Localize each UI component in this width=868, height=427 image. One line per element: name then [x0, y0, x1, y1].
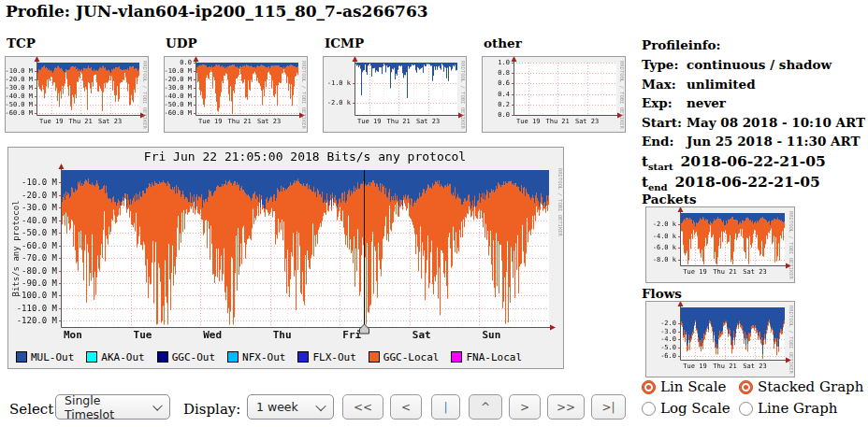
flows-heading: Flows [642, 286, 682, 301]
legend-swatch [451, 351, 462, 363]
legend-label: FLX-Out [312, 351, 355, 363]
main-traffic-chart-image[interactable] [8, 148, 563, 346]
legend-swatch [297, 351, 309, 363]
tcp-chart [5, 56, 149, 133]
other-chart [482, 56, 626, 133]
legend-item: GGC-Local [369, 351, 440, 363]
legend-item: GGC-Out [157, 351, 215, 363]
profileinfo-table: Type:continuous / shadow Max:unlimited E… [642, 57, 865, 153]
radio-label: Lin Scale [660, 378, 726, 395]
udp-chart-image[interactable] [165, 57, 307, 132]
other-chart-image[interactable] [483, 57, 625, 132]
profileinfo-label: Start: [642, 115, 687, 130]
radio-stacked-graph[interactable]: Stacked Graph [739, 378, 863, 395]
profileinfo-value: never [687, 95, 726, 110]
nav-rewind-button[interactable]: << [342, 394, 383, 420]
tstart-value: 2018-06-22-21-05 [681, 152, 826, 170]
tcp-heading: TCP [7, 36, 149, 50]
udp-heading: UDP [166, 36, 308, 50]
radio-label: Stacked Graph [758, 378, 863, 395]
graph-options: Lin Scale Stacked Graph Log Scale Line G… [642, 378, 863, 417]
protocol-section-other: other [482, 36, 626, 136]
icmp-heading: ICMP [325, 36, 467, 50]
tcp-chart-image[interactable] [6, 57, 148, 132]
flows-chart-image[interactable] [646, 302, 794, 377]
radio-icon[interactable] [642, 402, 656, 416]
profileinfo-label: End: [642, 134, 687, 149]
icmp-chart [323, 56, 467, 133]
tstart-row: tstart2018-06-22-21-05 [642, 152, 826, 172]
protocol-section-tcp: TCP [5, 36, 149, 136]
legend-label: FNA-Local [466, 351, 522, 363]
radio-icon[interactable] [739, 402, 753, 416]
legend-item: AKA-Out [86, 351, 144, 363]
tend-symbol: t [642, 174, 648, 191]
legend-item: FNA-Local [451, 351, 522, 363]
radio-lin-scale[interactable]: Lin Scale [642, 378, 739, 395]
select-label: Select [9, 401, 53, 418]
legend-swatch [369, 351, 380, 363]
nav-forward-button[interactable]: >> [547, 394, 585, 420]
profileinfo-label: Max: [642, 77, 687, 92]
radio-icon[interactable] [739, 380, 753, 394]
radio-line-graph[interactable]: Line Graph [739, 400, 863, 417]
legend-swatch [227, 351, 239, 363]
nfsen-profile-page: Profile: JUN-vlan604-ip200_115_80_7-as26… [0, 0, 868, 427]
chevron-down-icon [152, 401, 163, 411]
legend-item: NFX-Out [227, 351, 285, 363]
nav-prev-button[interactable]: < [390, 394, 422, 420]
profileinfo-label: Exp: [642, 95, 687, 110]
main-chart-legend: MUL-Out AKA-Out GGC-Out NFX-Out FLX-Out … [8, 346, 563, 368]
profileinfo-row: Start:May 08 2018 - 10:10 ART [642, 115, 865, 130]
profileinfo-value: Jun 25 2018 - 11:30 ART [687, 134, 861, 149]
protocol-section-icmp: ICMP [323, 36, 467, 136]
profileinfo-row: Exp:never [642, 95, 865, 110]
legend-label: GGC-Out [172, 351, 215, 363]
legend-item: MUL-Out [16, 351, 74, 363]
packets-chart-image[interactable] [646, 207, 794, 282]
timeslot-select[interactable]: Single Timeslot [55, 394, 170, 420]
legend-swatch [86, 351, 97, 363]
flows-chart [645, 301, 795, 377]
legend-swatch [157, 351, 168, 363]
profileinfo-row: Max:unlimited [642, 77, 865, 92]
radio-label: Line Graph [758, 400, 837, 417]
udp-chart [164, 56, 308, 133]
legend-label: AKA-Out [101, 351, 144, 363]
radio-log-scale[interactable]: Log Scale [642, 400, 739, 417]
nav-end-button[interactable]: >| [591, 394, 626, 420]
legend-label: NFX-Out [242, 351, 285, 363]
packets-chart [645, 206, 795, 283]
tend-value: 2018-06-22-21-05 [675, 173, 820, 191]
display-label: Display: [183, 401, 240, 418]
profileinfo-row: Type:continuous / shadow [642, 57, 865, 72]
tend-row: tend2018-06-22-21-05 [642, 173, 820, 192]
legend-item: FLX-Out [297, 351, 355, 363]
radio-label: Log Scale [660, 400, 731, 417]
nav-next-button[interactable]: > [509, 394, 541, 420]
profileinfo-value: continuous / shadow [687, 57, 832, 72]
nav-cursor-button[interactable]: | [431, 394, 460, 420]
tstart-symbol: t [642, 153, 648, 170]
profileinfo-value: May 08 2018 - 10:10 ART [687, 115, 865, 130]
chevron-down-icon [315, 400, 326, 410]
display-select-value: 1 week [256, 400, 298, 414]
profileinfo-label: Type: [642, 57, 687, 72]
nav-up-button[interactable]: ^ [469, 394, 502, 420]
legend-swatch [16, 351, 27, 363]
profileinfo-row: End:Jun 25 2018 - 11:30 ART [642, 134, 865, 149]
main-traffic-chart: MUL-Out AKA-Out GGC-Out NFX-Out FLX-Out … [7, 147, 564, 369]
other-heading: other [484, 36, 626, 50]
tstart-subscript: start [648, 162, 673, 172]
page-title: Profile: JUN-vlan604-ip200_115_80_7-as26… [6, 2, 428, 21]
legend-label: MUL-Out [31, 351, 74, 363]
icmp-chart-image[interactable] [324, 57, 466, 132]
profileinfo-value: unlimited [687, 77, 756, 92]
display-select[interactable]: 1 week [247, 394, 334, 420]
radio-icon[interactable] [642, 380, 656, 394]
profileinfo-heading: Profileinfo: [642, 37, 721, 52]
protocol-section-udp: UDP [164, 36, 308, 136]
legend-label: GGC-Local [383, 351, 440, 363]
packets-heading: Packets [642, 192, 697, 206]
timeslot-select-value: Single Timeslot [65, 393, 147, 421]
